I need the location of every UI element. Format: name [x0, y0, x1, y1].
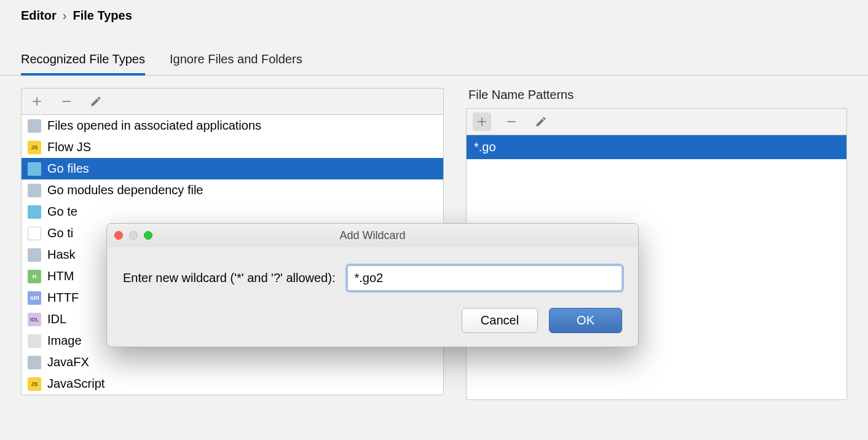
api-file-icon: API [28, 291, 41, 305]
tab-ignore-files-folders[interactable]: Ignore Files and Folders [170, 46, 302, 75]
html-file-icon: H [28, 270, 41, 283]
edit-pattern-button[interactable] [532, 112, 550, 131]
add-file-type-button[interactable] [28, 92, 46, 111]
plus-icon [31, 95, 43, 108]
edit-file-type-button[interactable] [87, 92, 105, 111]
list-item[interactable]: Go files [22, 158, 443, 179]
add-wildcard-dialog: Add Wildcard Enter new wildcard ('*' and… [106, 223, 639, 347]
pencil-icon [90, 95, 102, 108]
list-item-label: Go ti [47, 226, 73, 240]
add-pattern-button[interactable] [473, 112, 491, 131]
generic-file-icon [28, 184, 41, 197]
plus-icon [476, 116, 488, 128]
breadcrumb: Editor › File Types [0, 0, 868, 29]
minus-icon [505, 116, 518, 128]
chevron-right-icon: › [63, 9, 67, 23]
dialog-titlebar[interactable]: Add Wildcard [107, 224, 638, 247]
js-file-icon: JS [28, 377, 41, 391]
list-item[interactable]: Go modules dependency file [22, 179, 443, 201]
js-file-icon: JS [28, 141, 41, 154]
list-item-label: Go te [47, 205, 77, 219]
list-item-label: JavaFX [47, 355, 89, 369]
patterns-toolbar [467, 109, 846, 135]
remove-pattern-button[interactable] [502, 112, 521, 131]
minus-icon [60, 95, 73, 108]
remove-file-type-button[interactable] [57, 92, 76, 111]
wildcard-input[interactable] [347, 265, 622, 291]
wildcard-label: Enter new wildcard ('*' and '?' allowed)… [123, 271, 335, 285]
list-item-label: Hask [47, 248, 76, 262]
list-item[interactable]: JSFlow JS [22, 136, 443, 158]
dialog-title: Add Wildcard [107, 229, 638, 242]
list-item-label: Image [47, 334, 82, 348]
generic-file-icon [28, 119, 41, 133]
list-item-label: IDL [47, 312, 66, 326]
list-item-label: HTM [47, 269, 74, 283]
list-item[interactable]: JavaFX [22, 352, 443, 373]
list-item[interactable]: Files opened in associated applications [22, 115, 443, 136]
breadcrumb-current: File Types [73, 9, 132, 23]
patterns-title: File Name Patterns [466, 88, 847, 102]
cancel-button[interactable]: Cancel [462, 308, 538, 333]
pencil-icon [535, 116, 547, 128]
go-file-icon [28, 205, 41, 219]
file-types-toolbar [22, 88, 443, 115]
generic-file-icon [28, 248, 41, 262]
list-item-label: Go files [47, 162, 89, 176]
idl-file-icon: IDL [28, 313, 41, 326]
breadcrumb-root[interactable]: Editor [21, 9, 57, 23]
list-item-label: Flow JS [47, 140, 91, 154]
pattern-item[interactable]: *.go [467, 135, 846, 159]
list-item[interactable]: JSJavaScript [22, 373, 443, 395]
list-item-label: Go modules dependency file [47, 183, 203, 197]
blank-file-icon [28, 227, 41, 240]
tab-recognized-file-types[interactable]: Recognized File Types [21, 46, 145, 75]
generic-file-icon [28, 356, 41, 369]
list-item[interactable]: Go te [22, 201, 443, 222]
img-file-icon [28, 334, 41, 348]
list-item-label: JavaScript [47, 377, 105, 391]
list-item-label: HTTF [47, 291, 79, 305]
list-item-label: Files opened in associated applications [47, 119, 261, 133]
tabbar: Recognized File Types Ignore Files and F… [0, 46, 868, 76]
ok-button[interactable]: OK [549, 308, 622, 333]
go-file-icon [28, 162, 41, 176]
